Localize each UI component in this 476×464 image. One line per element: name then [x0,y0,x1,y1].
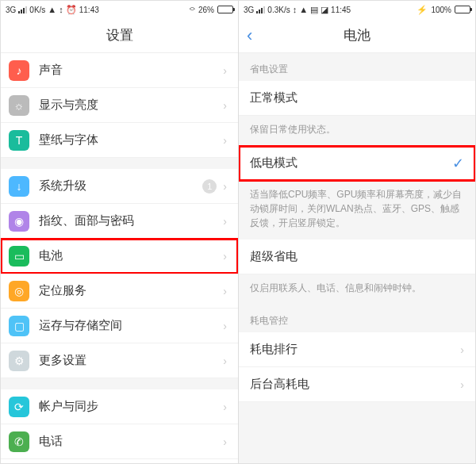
section-gap [1,158,238,169]
section-gap [1,378,238,389]
location-icon: ◎ [9,281,29,301]
row-label: 后台高耗电 [250,377,460,392]
battery-percent: 100% [431,6,451,14]
signal-icon [18,6,27,13]
row-label: 耗电排行 [250,342,460,357]
settings-list[interactable]: ♪声音›☼显示与亮度›T壁纸与字体›↓系统升级1›◉指纹、面部与密码›▭电池›◎… [1,53,238,463]
status-bar: 3G 0K/s ▲ ↕ ⏰ 11:43 ⌔ 26% [1,1,238,18]
settings-row[interactable]: ↓系统升级1› [1,169,238,204]
chevron-right-icon: › [223,215,227,228]
settings-row[interactable]: ◎定位服务› [1,274,238,309]
row-power-ranking[interactable]: 耗电排行 › [239,332,475,367]
card-icon: ▤ [310,6,318,14]
chevron-right-icon: › [223,320,227,332]
network-type: 3G [244,6,254,14]
chevron-right-icon: › [460,343,464,356]
chevron-right-icon: › [223,355,227,367]
chevron-right-icon: › [223,134,227,147]
row-label: 超级省电 [250,249,464,264]
page-title: 设置 [106,26,133,44]
bolt-icon: ⚡ [416,6,428,14]
desc-super: 仅启用联系人、电话、信息和闹钟时钟。 [239,274,475,305]
chevron-right-icon: › [223,180,227,193]
back-button[interactable]: ‹ [247,25,252,46]
network-type: 3G [6,6,16,14]
battery-screen: 3G 0.3K/s ↕ ▲ ▤ ◪ 11:45 ⚡ 100% ‹ 电池 省电设置… [238,1,475,463]
phone-icon: ✆ [9,431,29,452]
settings-row[interactable]: T壁纸与字体› [1,123,238,158]
battery-icon: ▭ [9,246,29,267]
header: ‹ 电池 [239,18,475,53]
status-bar: 3G 0.3K/s ↕ ▲ ▤ ◪ 11:45 ⚡ 100% [239,1,475,18]
time-label: 11:43 [79,6,99,14]
speed-label: 0.3K/s [267,6,290,14]
system-upgrade-icon: ↓ [9,176,29,197]
chevron-right-icon: › [223,250,227,263]
row-label: 声音 [39,63,223,78]
section-label-powersave: 省电设置 [239,53,475,81]
desc-normal: 保留日常使用状态。 [239,116,475,146]
check-icon: ✓ [452,155,464,172]
nfc-icon: ◪ [321,6,328,14]
row-label: 低电模式 [250,155,452,171]
data-icon: ↕ [59,6,63,14]
row-label: 运存与存储空间 [39,318,223,333]
settings-row[interactable]: ◉指纹、面部与密码› [1,204,238,239]
page-title: 电池 [344,26,370,44]
speed-label: 0K/s [29,6,45,14]
row-low-power-mode[interactable]: 低电模式 ✓ [239,146,475,181]
row-label: 定位服务 [39,283,223,298]
settings-row[interactable]: ⟳帐户与同步› [1,389,238,424]
warning-icon: ▲ [299,6,308,14]
settings-row[interactable]: ⚙更多设置› [1,343,238,378]
settings-row[interactable]: ✆电话› [1,424,238,459]
row-label: 电池 [39,248,223,263]
row-label: 指纹、面部与密码 [39,213,223,228]
wifi-icon: ⌔ [190,6,195,14]
chevron-right-icon: › [223,64,227,77]
chevron-right-icon: › [223,285,227,297]
settings-row[interactable]: ▭电池› [1,239,238,274]
fingerprint-icon: ◉ [9,211,29,232]
signal-icon [256,6,265,13]
alarm-icon: ⏰ [66,6,77,14]
account-sync-icon: ⟳ [9,397,29,417]
display-icon: ☼ [9,95,29,116]
settings-row[interactable]: ▢运存与存储空间› [1,309,238,343]
row-super-save[interactable]: 超级省电 [239,240,475,274]
chevron-right-icon: › [460,378,464,391]
warning-icon: ▲ [48,6,56,14]
row-label: 电话 [39,434,223,449]
data-icon: ↕ [293,6,298,14]
settings-row[interactable]: ♪声音› [1,53,238,88]
battery-icon [217,6,233,13]
battery-settings-list[interactable]: 省电设置 正常模式 保留日常使用状态。 低电模式 ✓ 适当降低CPU频率、GPU… [239,53,475,463]
desc-low: 适当降低CPU频率、GPU频率和屏幕亮度，减少自动锁屏时间，关闭WLAN热点、蓝… [239,181,475,240]
row-label: 壁纸与字体 [39,132,223,148]
wallpaper-icon: T [9,130,29,151]
storage-icon: ▢ [9,316,29,336]
row-label: 帐户与同步 [39,399,223,414]
more-settings-icon: ⚙ [9,351,29,371]
row-normal-mode[interactable]: 正常模式 [239,81,475,116]
chevron-right-icon: › [223,435,227,448]
settings-row[interactable]: 👤联系人› [1,459,238,463]
chevron-right-icon: › [223,99,227,112]
row-background-high-power[interactable]: 后台高耗电 › [239,367,475,402]
settings-row[interactable]: ☼显示与亮度› [1,88,238,123]
sound-icon: ♪ [9,60,29,81]
settings-screen: 3G 0K/s ▲ ↕ ⏰ 11:43 ⌔ 26% 设置 ♪声音›☼显示与亮度›… [1,1,238,463]
row-label: 正常模式 [250,90,464,105]
row-label: 系统升级 [39,178,202,194]
section-label-consume: 耗电管控 [239,305,475,332]
battery-icon [455,6,470,13]
battery-percent: 26% [198,6,214,14]
row-label: 显示与亮度 [39,98,223,113]
badge: 1 [202,179,217,194]
row-label: 更多设置 [39,353,223,368]
time-label: 11:45 [331,6,351,14]
header: 设置 [1,18,238,53]
chevron-right-icon: › [223,401,227,413]
